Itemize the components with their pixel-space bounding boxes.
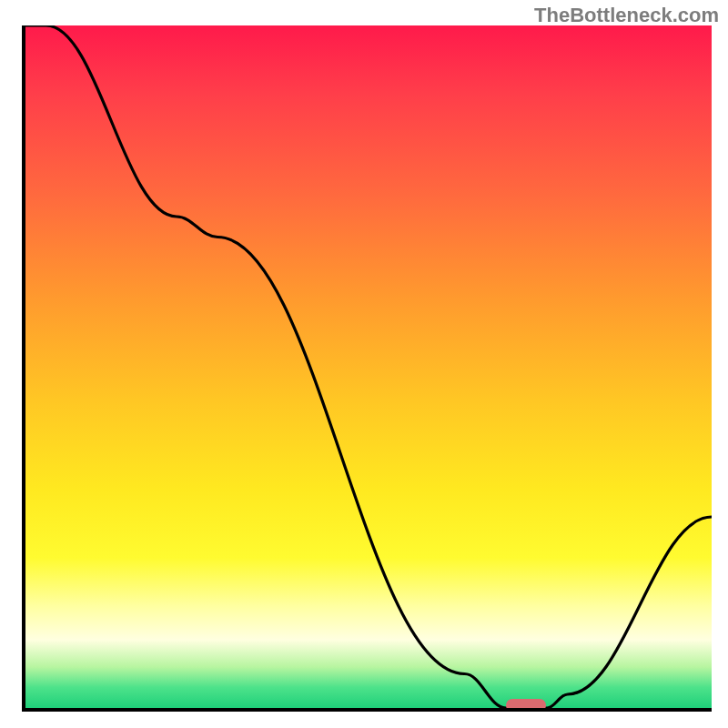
plot-area [22,25,712,712]
curve-path [25,25,712,708]
bottleneck-curve [25,25,712,708]
watermark-text: TheBottleneck.com [534,4,719,27]
minimum-marker [506,699,546,712]
